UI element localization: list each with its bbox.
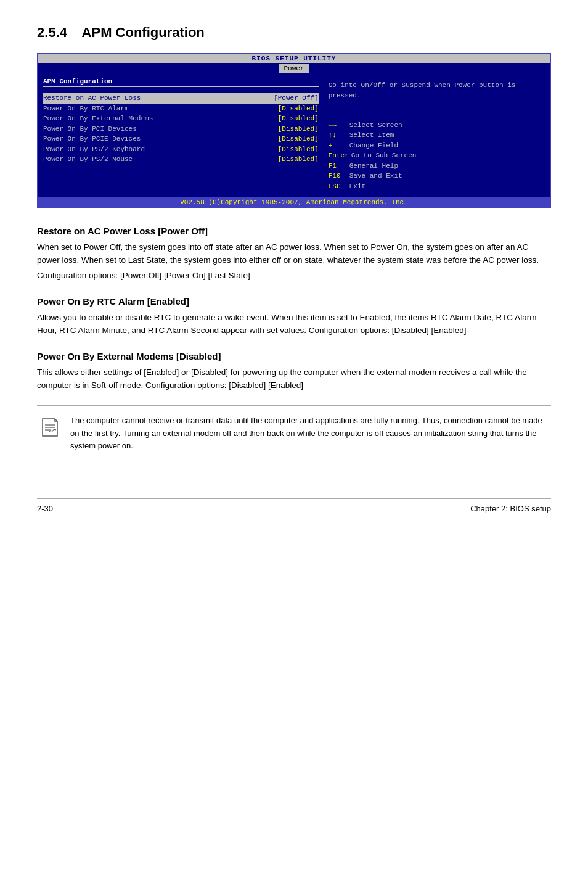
note-text: The computer cannot receive or transmit … — [70, 415, 551, 452]
bios-item: Power On By PCI Devices[Disabled] — [43, 124, 319, 134]
bios-key-row: ↑↓Select Item — [329, 130, 541, 141]
bios-item: Power On By PS/2 Keyboard[Disabled] — [43, 144, 319, 155]
bios-tab-bar: Power — [38, 63, 550, 74]
doc-section-heading: Restore on AC Power Loss [Power Off] — [37, 226, 551, 236]
bios-key-row: ←→Select Screen — [329, 120, 541, 131]
doc-section-heading: Power On By RTC Alarm [Enabled] — [37, 296, 551, 307]
doc-section: Power On By External Modems [Disabled]Th… — [37, 351, 551, 392]
subsections-container: Restore on AC Power Loss [Power Off]When… — [37, 226, 551, 392]
bios-tab-power: Power — [279, 64, 309, 73]
bios-footer: v02.58 (C)Copyright 1985-2007, American … — [38, 197, 550, 207]
bios-item: Power On By PCIE Devices[Disabled] — [43, 134, 319, 144]
bios-keys: ←→Select Screen↑↓Select Item+-Change Fie… — [329, 120, 541, 192]
bios-section-title: APM Configuration — [43, 78, 319, 87]
bios-key-row: EnterGo to Sub Screen — [329, 151, 541, 161]
doc-section: Restore on AC Power Loss [Power Off]When… — [37, 226, 551, 283]
bios-items-container: Restore on AC Power Loss[Power Off]Power… — [43, 93, 319, 165]
doc-paragraph: Allows you to enable or disable RTC to g… — [37, 311, 551, 337]
bios-key-row: ESCExit — [329, 181, 541, 192]
bios-item: Power On By External Modems[Disabled] — [43, 113, 319, 124]
doc-paragraph: This allows either settings of [Enabled]… — [37, 366, 551, 392]
bios-item: Power On By PS/2 Mouse[Disabled] — [43, 154, 319, 165]
chapter-label: Chapter 2: BIOS setup — [470, 504, 551, 513]
bios-right-panel: Go into On/Off or Suspend when Power but… — [325, 78, 545, 194]
note-box: The computer cannot receive or transmit … — [37, 405, 551, 461]
bios-title-bar: BIOS SETUP UTILITY — [38, 54, 550, 63]
bios-key-row: F10Save and Exit — [329, 171, 541, 181]
page-footer: 2-30 Chapter 2: BIOS setup — [37, 498, 551, 513]
doc-section-heading: Power On By External Modems [Disabled] — [37, 351, 551, 361]
bios-screenshot: BIOS SETUP UTILITY Power APM Configurati… — [37, 53, 551, 208]
section-number: 2.5.4 — [37, 25, 67, 40]
doc-paragraph: Configuration options: [Power Off] [Powe… — [37, 270, 551, 283]
bios-help-text: Go into On/Off or Suspend when Power but… — [329, 80, 541, 101]
section-title: APM Configuration — [82, 25, 205, 40]
bios-item: Power On By RTC Alarm[Disabled] — [43, 104, 319, 114]
section-heading: 2.5.4 APM Configuration — [37, 25, 551, 41]
bios-left-panel: APM Configuration Restore on AC Power Lo… — [43, 78, 319, 194]
bios-content: APM Configuration Restore on AC Power Lo… — [38, 74, 550, 197]
bios-key-row: F1General Help — [329, 161, 541, 171]
page-number: 2-30 — [37, 504, 53, 513]
bios-key-row: +-Change Field — [329, 141, 541, 151]
doc-paragraph: When set to Power Off, the system goes i… — [37, 241, 551, 267]
doc-section: Power On By RTC Alarm [Enabled]Allows yo… — [37, 296, 551, 337]
note-icon — [37, 415, 62, 439]
bios-item: Restore on AC Power Loss[Power Off] — [43, 93, 319, 104]
